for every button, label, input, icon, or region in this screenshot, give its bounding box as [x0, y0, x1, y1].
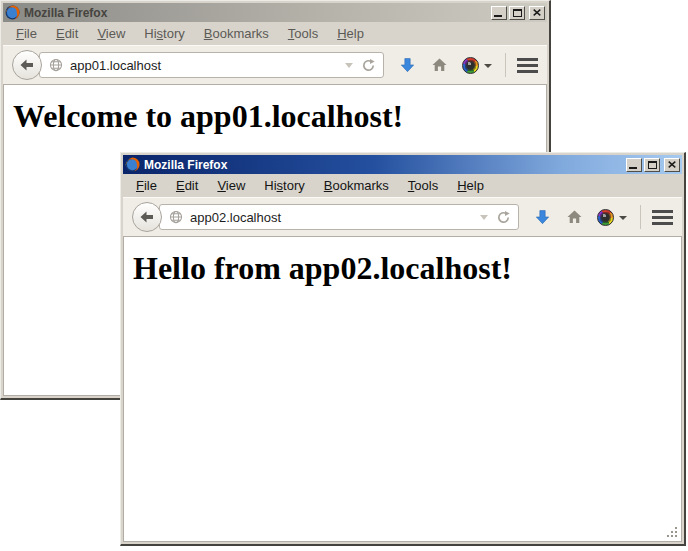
- home-icon: [566, 209, 583, 225]
- download-arrow-icon: [534, 209, 551, 226]
- firefox-logo-icon: [5, 5, 20, 20]
- home-button[interactable]: [431, 57, 448, 73]
- menu-file[interactable]: File: [9, 24, 44, 43]
- menu-help[interactable]: Help: [450, 176, 491, 195]
- maximize-icon: [648, 161, 657, 169]
- toolbar-separator: [640, 205, 641, 229]
- menu-history[interactable]: History: [257, 176, 311, 195]
- back-button[interactable]: [12, 50, 42, 80]
- titlebar[interactable]: Mozilla Firefox: [3, 3, 547, 22]
- menu-hamburger-button[interactable]: [652, 210, 673, 225]
- minimize-icon: [629, 167, 637, 169]
- minimize-button[interactable]: [626, 158, 642, 172]
- chevron-down-icon: [619, 216, 627, 220]
- back-button[interactable]: [132, 202, 162, 232]
- page-heading: Hello from app02.localhost!: [124, 250, 681, 287]
- toolbar-separator: [505, 53, 506, 77]
- window-title: Mozilla Firefox: [144, 158, 626, 172]
- reload-icon[interactable]: [361, 58, 376, 73]
- maximize-button[interactable]: [509, 6, 525, 20]
- close-icon: [533, 9, 541, 16]
- page-content: Hello from app02.localhost!: [123, 236, 682, 542]
- menu-bookmarks[interactable]: Bookmarks: [197, 24, 276, 43]
- addon-colorwheel-button[interactable]: [462, 57, 492, 74]
- site-identity-globe-icon[interactable]: [49, 58, 63, 72]
- menu-bar: File Edit View History Bookmarks Tools H…: [3, 22, 547, 45]
- menu-file[interactable]: File: [129, 176, 164, 195]
- page-heading: Welcome to app01.localhost!: [4, 98, 546, 135]
- menu-bar: File Edit View History Bookmarks Tools H…: [123, 174, 682, 197]
- menu-edit[interactable]: Edit: [169, 176, 205, 195]
- site-identity-globe-icon[interactable]: [169, 210, 183, 224]
- navigation-toolbar: app02.localhost: [123, 197, 682, 236]
- url-bar[interactable]: app02.localhost: [159, 204, 519, 230]
- maximize-icon: [513, 9, 522, 17]
- menu-history[interactable]: History: [137, 24, 191, 43]
- close-button[interactable]: [529, 6, 545, 20]
- close-icon: [668, 161, 676, 168]
- firefox-logo-icon: [125, 157, 140, 172]
- window-title: Mozilla Firefox: [24, 6, 491, 20]
- home-button[interactable]: [566, 209, 583, 225]
- menu-hamburger-button[interactable]: [517, 58, 538, 73]
- menu-help[interactable]: Help: [330, 24, 371, 43]
- minimize-icon: [494, 15, 502, 17]
- menu-view[interactable]: View: [210, 176, 252, 195]
- close-button[interactable]: [664, 158, 680, 172]
- titlebar[interactable]: Mozilla Firefox: [123, 155, 682, 174]
- url-dropdown-icon[interactable]: [480, 215, 488, 220]
- navigation-toolbar: app01.localhost: [3, 45, 547, 84]
- resize-grip[interactable]: [666, 526, 679, 539]
- back-arrow-icon: [19, 57, 35, 73]
- menu-tools[interactable]: Tools: [281, 24, 325, 43]
- url-input[interactable]: app01.localhost: [70, 58, 341, 73]
- url-dropdown-icon[interactable]: [345, 63, 353, 68]
- reload-icon[interactable]: [496, 210, 511, 225]
- downloads-button[interactable]: [534, 209, 551, 226]
- chevron-down-icon: [484, 64, 492, 68]
- url-bar[interactable]: app01.localhost: [39, 52, 384, 78]
- menu-tools[interactable]: Tools: [401, 176, 445, 195]
- download-arrow-icon: [399, 57, 416, 74]
- addon-colorwheel-button[interactable]: [597, 209, 627, 226]
- menu-edit[interactable]: Edit: [49, 24, 85, 43]
- colorwheel-icon: [597, 209, 614, 226]
- url-input[interactable]: app02.localhost: [190, 210, 476, 225]
- maximize-button[interactable]: [644, 158, 660, 172]
- firefox-window-app02: Mozilla Firefox File Edit View History B…: [120, 152, 686, 546]
- downloads-button[interactable]: [399, 57, 416, 74]
- menu-view[interactable]: View: [90, 24, 132, 43]
- back-arrow-icon: [139, 209, 155, 225]
- minimize-button[interactable]: [491, 6, 507, 20]
- colorwheel-icon: [462, 57, 479, 74]
- home-icon: [431, 57, 448, 73]
- menu-bookmarks[interactable]: Bookmarks: [317, 176, 396, 195]
